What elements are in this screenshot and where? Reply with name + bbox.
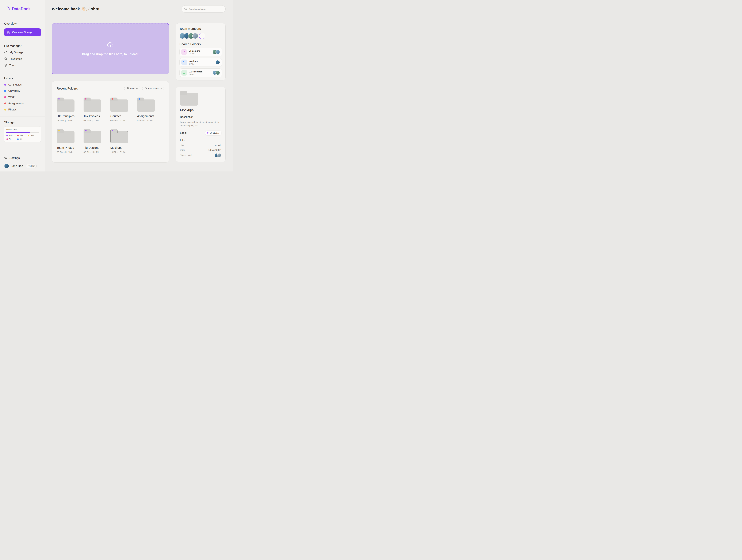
shared-folder-name: UX Research bbox=[189, 70, 203, 73]
folder-card-fig-designs[interactable]: Fig Designs 08 Files | 22 Mb bbox=[84, 129, 110, 153]
folder-card-ux-principles[interactable]: UX Principles 08 Files | 22 Mb bbox=[57, 98, 84, 122]
label-name: Photos bbox=[8, 108, 17, 111]
folder-shape bbox=[84, 129, 101, 143]
label-name: Work bbox=[8, 96, 14, 99]
grid-icon bbox=[7, 31, 10, 34]
sidebar-item-label: Favourites bbox=[9, 57, 22, 61]
shared-folder-ux-research[interactable]: UX Research 2 Files bbox=[179, 68, 222, 77]
folder-meta: 08 Files | 22 Mb bbox=[84, 119, 110, 122]
content-area: Drag and drop the files here, to upload!… bbox=[45, 18, 233, 171]
info-value: 01 Gb bbox=[215, 144, 221, 147]
view-dropdown[interactable]: View bbox=[124, 86, 140, 91]
recent-folders-card: Recent Folders View bbox=[52, 81, 169, 163]
folder-meta: 08 Files | 22 Mb bbox=[57, 119, 84, 122]
sidebar-item-favourites[interactable]: Favourites bbox=[4, 56, 41, 62]
shared-folder-ui-designs[interactable]: UI-Designs 12 Files bbox=[179, 48, 222, 56]
sidebar-section-overview: Overview Overview Storage bbox=[0, 18, 45, 40]
folder-name: Assignments bbox=[137, 114, 164, 118]
label-color-dot bbox=[4, 96, 6, 98]
avatar bbox=[215, 60, 220, 64]
folder-name: Team Photos bbox=[57, 146, 84, 150]
add-member-button[interactable]: + bbox=[199, 33, 205, 39]
team-avatar-stack: + bbox=[179, 33, 222, 39]
search-bar[interactable] bbox=[181, 5, 225, 13]
team-members-card: Team Members + Shared Folders bbox=[176, 23, 225, 81]
folder-shape bbox=[137, 98, 155, 112]
folder-card-team-photos[interactable]: Team Photos 08 Files | 22 Mb bbox=[57, 129, 84, 153]
shared-folder-files: 28 Files bbox=[189, 63, 198, 65]
user-name: John Doe bbox=[11, 164, 23, 168]
app-name: DataDock bbox=[12, 7, 31, 11]
folder-name: UX Principles bbox=[57, 114, 84, 118]
cloud-icon bbox=[4, 51, 7, 54]
label-color-dot bbox=[4, 109, 6, 111]
avatar bbox=[215, 50, 220, 54]
folder-card-assignments[interactable]: Assignments 08 Files | 22 Mb bbox=[137, 98, 164, 122]
folder-card-tax-invoices[interactable]: Tax Invoices 08 Files | 22 Mb bbox=[84, 98, 110, 122]
legend-pct: 20% bbox=[9, 135, 12, 137]
label-item-university[interactable]: University bbox=[4, 88, 41, 94]
shared-folder-avatars bbox=[217, 60, 220, 64]
label-tag[interactable]: UX Studies bbox=[205, 131, 221, 135]
folder-label-dot bbox=[85, 130, 87, 131]
shared-folder-files: 2 Files bbox=[189, 73, 203, 75]
overview-storage-button[interactable]: Overview Storage bbox=[4, 29, 41, 36]
folder-card-courses[interactable]: Courses 08 Files | 22 Mb bbox=[110, 98, 137, 122]
info-key: Date bbox=[180, 149, 185, 151]
label-item-ux-studies[interactable]: UX Studies bbox=[4, 82, 41, 88]
label-color-dot bbox=[4, 90, 6, 92]
user-profile[interactable]: John Doe Pro Plan bbox=[0, 161, 45, 171]
description-heading: Description bbox=[180, 115, 221, 119]
folder-label-dot bbox=[85, 98, 87, 100]
app-logo: DataDock bbox=[0, 0, 45, 18]
legend-item: 35% bbox=[28, 135, 39, 137]
folder-name: Courses bbox=[110, 114, 137, 118]
settings-button[interactable]: Settings bbox=[0, 153, 45, 161]
shared-folder-avatars bbox=[214, 50, 220, 54]
details-folder-name: Mockups bbox=[180, 108, 221, 112]
storage-legend: 20% 30% 35% 7% 8% bbox=[6, 135, 39, 140]
sidebar-item-label: Trash bbox=[9, 64, 16, 67]
sidebar-item-my-storage[interactable]: My Storage bbox=[4, 49, 41, 56]
sidebar-item-trash[interactable]: Trash bbox=[4, 62, 41, 69]
plus-icon: + bbox=[201, 34, 203, 38]
info-key: Size bbox=[180, 144, 184, 147]
folder-card-mockups-selected[interactable]: Mockups 10 Files | 01 Gb bbox=[110, 129, 137, 153]
upload-dropzone[interactable]: Drag and drop the files here, to upload! bbox=[52, 23, 169, 74]
search-icon bbox=[184, 7, 187, 11]
folder-shape bbox=[57, 98, 74, 112]
legend-item: 30% bbox=[17, 135, 28, 137]
folder-meta: 08 Files | 22 Mb bbox=[84, 151, 110, 153]
shared-folder-avatars bbox=[214, 70, 220, 75]
label-name: UX Studies bbox=[8, 83, 22, 86]
shared-folder-invoices[interactable]: Invoices 28 Files bbox=[179, 58, 222, 67]
search-input[interactable] bbox=[189, 8, 223, 10]
legend-pct: 7% bbox=[9, 138, 11, 140]
folder-name: Mockups bbox=[110, 146, 137, 150]
label-item-work[interactable]: Work bbox=[4, 94, 41, 100]
sidebar-bottom: Settings John Doe Pro Plan bbox=[0, 153, 45, 171]
team-member-avatar[interactable] bbox=[192, 33, 198, 39]
folder-name: Fig Designs bbox=[84, 146, 110, 150]
folder-label-dot bbox=[58, 130, 60, 131]
folder-label-dot bbox=[112, 98, 113, 100]
cloud-logo-icon bbox=[4, 6, 10, 12]
sidebar-item-label: My Storage bbox=[10, 51, 23, 54]
folder-meta: 08 Files | 22 Mb bbox=[137, 119, 164, 122]
team-members-title: Team Members bbox=[179, 27, 222, 31]
settings-label: Settings bbox=[9, 156, 20, 160]
recent-folders-title: Recent Folders bbox=[57, 87, 78, 90]
legend-pct: 30% bbox=[19, 135, 23, 137]
label-item-assignments[interactable]: Assignments bbox=[4, 100, 41, 106]
info-row-size: Size 01 Gb bbox=[180, 144, 221, 147]
folder-shape bbox=[57, 129, 74, 143]
label-heading: Label bbox=[180, 132, 187, 135]
label-item-photos[interactable]: Photos bbox=[4, 106, 41, 113]
sidebar-section-storage: Storage 60GB/110GB 20% 30% 35% 7% 8% bbox=[0, 117, 45, 146]
storage-section-title: Storage bbox=[4, 120, 41, 124]
time-range-dropdown[interactable]: Last Week bbox=[142, 86, 164, 91]
welcome-heading: Welcome back 👋🏻, John! bbox=[52, 7, 99, 11]
sidebar-section-labels: Labels UX Studies University Work Assign… bbox=[0, 73, 45, 117]
shared-folder-name: Invoices bbox=[189, 60, 198, 62]
legend-item: 7% bbox=[6, 138, 17, 140]
